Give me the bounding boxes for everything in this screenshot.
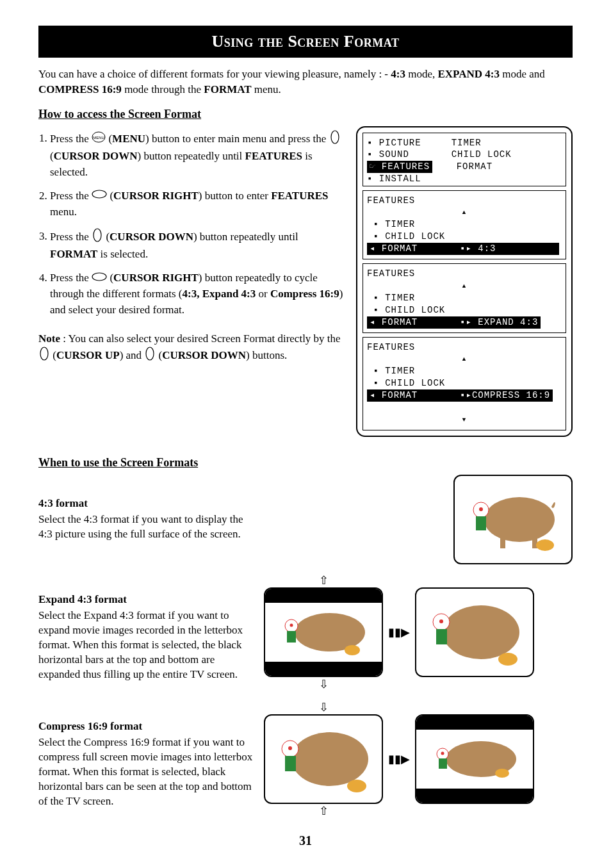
cartoon-image-icon bbox=[423, 594, 526, 671]
osd-sub-childlock: ▪ CHILD LOCK bbox=[373, 305, 445, 315]
step-4: Press the (CURSOR RIGHT) button repeated… bbox=[50, 270, 343, 318]
mode-43: 4:3 bbox=[391, 68, 405, 80]
svg-point-8 bbox=[484, 497, 555, 542]
osd-main-menu: ▪ PICTURE TIMER ▪ SOUND CHILD LOCK ☞ FEA… bbox=[363, 133, 566, 186]
tv-illustration-compressed bbox=[415, 714, 534, 804]
arrow-down-icon: ⇩ bbox=[264, 677, 383, 691]
mode-expand: EXPAND 4:3 bbox=[437, 68, 499, 80]
section-when-to-use: When to use the Screen Formats bbox=[38, 456, 573, 470]
svg-point-5 bbox=[92, 273, 106, 281]
features-word: FEATURES bbox=[271, 190, 328, 202]
osd-picture: ▪ PICTURE bbox=[367, 138, 421, 148]
osd-sub-timer: ▪ TIMER bbox=[373, 219, 415, 229]
text: ) button repeatedly until bbox=[193, 230, 298, 242]
osd-value-43: 4:3 bbox=[478, 243, 496, 254]
tv-illustration-expanded bbox=[415, 587, 534, 677]
svg-text:MENU: MENU bbox=[93, 136, 104, 140]
svg-point-12 bbox=[479, 507, 483, 511]
tv-illustration-43 bbox=[453, 475, 573, 564]
osd-sub-title: FEATURES bbox=[367, 268, 415, 279]
note-label: Note bbox=[38, 332, 60, 345]
cursor-right-icon bbox=[92, 188, 107, 204]
osd-childlock: CHILD LOCK bbox=[452, 149, 512, 160]
svg-point-22 bbox=[439, 619, 443, 623]
text: : You can also select your desired Scree… bbox=[60, 332, 341, 345]
svg-point-7 bbox=[146, 347, 154, 360]
osd-format: FORMAT bbox=[457, 161, 493, 172]
cursor-down-icon bbox=[329, 130, 341, 149]
svg-point-24 bbox=[498, 653, 517, 666]
text: ) button to enter bbox=[199, 190, 271, 202]
section-access-format: How to access the Screen Format bbox=[38, 108, 573, 121]
svg-rect-18 bbox=[287, 631, 296, 643]
text: mode through the bbox=[122, 83, 204, 95]
svg-point-29 bbox=[347, 780, 366, 792]
cartoon-image-icon bbox=[462, 481, 564, 558]
svg-point-20 bbox=[443, 605, 519, 659]
svg-rect-28 bbox=[285, 756, 296, 771]
cartoon-image-icon bbox=[272, 721, 375, 798]
format-row-expand: Expand 4:3 format Select the Expand 4:3 … bbox=[38, 573, 573, 691]
osd-sound: ▪ SOUND bbox=[367, 149, 409, 160]
osd-features-compress: FEATURES ▴ ▪ TIMER ▪ CHILD LOCK ◂ FORMAT… bbox=[363, 337, 566, 430]
svg-point-4 bbox=[94, 229, 101, 242]
text: ) button repeatedly until bbox=[137, 150, 245, 162]
menu-button-icon: MENU bbox=[92, 131, 106, 148]
format-menu-word: FORMAT bbox=[204, 83, 251, 95]
text: You can have a choice of different forma… bbox=[38, 68, 391, 80]
page-title-text: Using the Screen Format bbox=[212, 32, 400, 51]
text: Press the bbox=[50, 230, 92, 242]
osd-sub-format: FORMAT bbox=[382, 317, 418, 327]
arrow-up-icon: ⇧ bbox=[264, 804, 383, 818]
format-row-compress: Compress 16:9 format Select the Compress… bbox=[38, 700, 573, 818]
format-43-body: Select the 4:3 format if you want to dis… bbox=[38, 512, 256, 542]
cursor-down-icon bbox=[92, 228, 103, 247]
osd-menu-diagram: ▪ PICTURE TIMER ▪ SOUND CHILD LOCK ☞ FEA… bbox=[356, 126, 573, 437]
svg-point-19 bbox=[345, 645, 360, 655]
svg-point-17 bbox=[290, 623, 293, 626]
text: mode, bbox=[405, 68, 438, 80]
text: menu. bbox=[50, 206, 77, 218]
svg-rect-9 bbox=[500, 532, 505, 548]
osd-sub-timer: ▪ TIMER bbox=[373, 293, 415, 303]
text: ) buttons. bbox=[246, 349, 287, 361]
cursor-right-label: CURSOR RIGHT bbox=[113, 190, 199, 202]
text: is selected. bbox=[97, 248, 148, 260]
svg-point-6 bbox=[40, 347, 48, 360]
osd-sub-title: FEATURES bbox=[367, 195, 415, 206]
steps-list: Press the MENU (MENU) button to enter ma… bbox=[38, 130, 343, 318]
step-2: Press the (CURSOR RIGHT) button to enter… bbox=[50, 188, 343, 220]
cursor-up-label: CURSOR UP bbox=[56, 349, 120, 361]
text: Press the bbox=[50, 190, 92, 202]
format-row-43: 4:3 format Select the 4:3 format if you … bbox=[38, 475, 573, 564]
svg-rect-13 bbox=[476, 516, 486, 530]
cursor-right-icon bbox=[92, 271, 107, 287]
cursor-down-label: CURSOR DOWN bbox=[110, 230, 193, 242]
cartoon-image-icon bbox=[423, 721, 526, 798]
arrow-up-icon: ⇧ bbox=[264, 573, 383, 587]
page-title: Using the Screen Format bbox=[38, 26, 573, 58]
svg-point-14 bbox=[536, 539, 554, 551]
cursor-down-label: CURSOR DOWN bbox=[162, 349, 246, 361]
format-word: FORMAT bbox=[50, 248, 97, 260]
osd-sub-childlock: ▪ CHILD LOCK bbox=[373, 378, 445, 388]
osd-sub-format: FORMAT bbox=[382, 243, 418, 254]
svg-point-25 bbox=[291, 732, 368, 786]
osd-features-expand: FEATURES ▴ ▪ TIMER ▪ CHILD LOCK ◂ FORMAT… bbox=[363, 263, 566, 332]
cursor-down-icon bbox=[144, 347, 156, 366]
svg-rect-23 bbox=[436, 629, 447, 644]
svg-point-34 bbox=[495, 769, 509, 778]
step-1: Press the MENU (MENU) button to enter ma… bbox=[50, 130, 343, 181]
text: ) and bbox=[120, 349, 145, 361]
arrow-down-icon: ⇩ bbox=[264, 700, 383, 714]
osd-features-43: FEATURES ▴ ▪ TIMER ▪ CHILD LOCK ◂ FORMAT… bbox=[363, 190, 566, 259]
step-3: Press the (CURSOR DOWN) button repeatedl… bbox=[50, 228, 343, 263]
osd-value-expand: EXPAND 4:3 bbox=[478, 317, 538, 327]
arrow-right-icon: ▮▮▶ bbox=[388, 752, 410, 766]
svg-point-27 bbox=[288, 746, 292, 750]
text: Press the bbox=[50, 132, 92, 144]
page-number: 31 bbox=[38, 833, 573, 848]
format-compress-body: Select the Compress 16:9 format if you w… bbox=[38, 735, 256, 809]
text: menu. bbox=[252, 83, 281, 95]
mode-compress: COMPRESS 16:9 bbox=[38, 83, 122, 95]
